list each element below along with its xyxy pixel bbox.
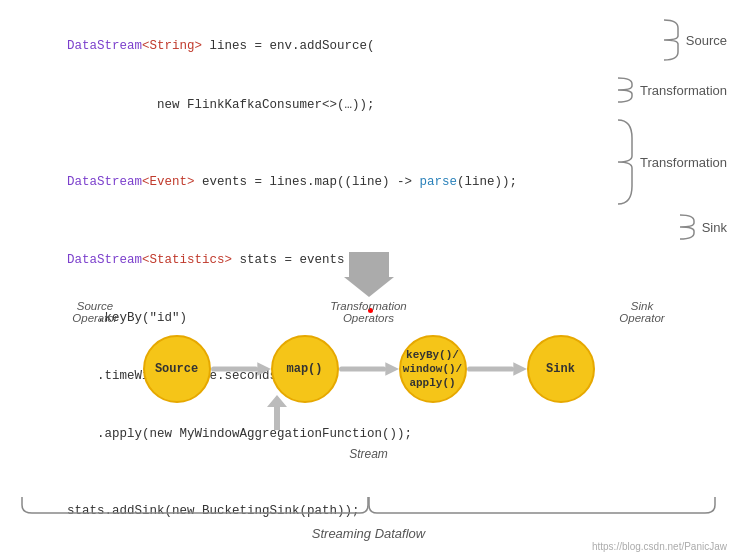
- annotation-transformation2: Transformation: [614, 118, 727, 206]
- feedback-arrow-icon: [267, 395, 287, 430]
- keyby-node-label: keyBy()/window()/apply(): [403, 348, 462, 391]
- keyby-node: keyBy()/window()/apply(): [399, 335, 467, 403]
- dataflow-text: Streaming Dataflow: [312, 526, 425, 541]
- code-method: parse: [420, 175, 458, 189]
- code-section: DataStream<String> lines = env.addSource…: [10, 10, 727, 250]
- code-text: events = lines.map((line) ->: [195, 175, 420, 189]
- nodes-row: Source map() keyBy()/window()/apply(): [0, 335, 737, 403]
- arrow-keyby-sink-icon: [467, 359, 527, 379]
- stream-text: Stream: [349, 447, 388, 461]
- annotation-sink: Sink: [676, 213, 727, 241]
- stream-label: Stream: [0, 447, 737, 461]
- code-type: <Statistics>: [142, 253, 232, 267]
- code-type: <Event>: [142, 175, 195, 189]
- annotation-source: Source: [660, 18, 727, 62]
- bottom-brace-icon: [20, 495, 717, 515]
- svg-marker-6: [513, 362, 527, 376]
- brace-transform2-icon: [614, 118, 636, 206]
- svg-marker-2: [257, 362, 271, 376]
- svg-marker-4: [385, 362, 399, 376]
- code-keyword: DataStream: [67, 39, 142, 53]
- svg-marker-7: [267, 395, 287, 430]
- arrow-divider: [344, 252, 394, 297]
- source-operator-label: SourceOperator: [55, 300, 135, 324]
- brace-sink-icon: [676, 213, 698, 241]
- code-line-4: DataStream<Event> events = lines.map((li…: [22, 154, 565, 212]
- sink-operator-label: SinkOperator: [602, 300, 682, 324]
- source-node-label: Source: [155, 362, 198, 376]
- sink-node: Sink: [527, 335, 595, 403]
- code-line-1: DataStream<String> lines = env.addSource…: [22, 18, 565, 76]
- code-keyword: DataStream: [67, 253, 142, 267]
- code-text: (line));: [457, 175, 517, 189]
- code-type: <String>: [142, 39, 202, 53]
- streaming-dataflow-label: Streaming Dataflow: [0, 526, 737, 541]
- transformation2-label: Transformation: [640, 155, 727, 170]
- transformation-operators-label: TransformationOperators: [304, 300, 434, 324]
- map-node: map(): [271, 335, 339, 403]
- watermark: https://blog.csdn.net/PanicJaw: [592, 541, 727, 552]
- code-text: new FlinkKafkaConsumer<>(…));: [67, 98, 375, 112]
- arrow-source-map-icon: [211, 359, 271, 379]
- code-line-2: new FlinkKafkaConsumer<>(…));: [22, 76, 565, 134]
- source-label: Source: [686, 33, 727, 48]
- code-keyword: DataStream: [67, 175, 142, 189]
- map-node-label: map(): [286, 362, 322, 376]
- code-line-5: [22, 212, 565, 231]
- svg-rect-5: [467, 366, 514, 371]
- brace-source-icon: [660, 18, 682, 62]
- annotation-transformation1: Transformation: [614, 76, 727, 104]
- code-line-3: [22, 134, 565, 153]
- arrow-map-keyby-icon: [339, 359, 399, 379]
- sink-node-label: Sink: [546, 362, 575, 376]
- annotations-panel: Source Transformation Transformation Sin…: [577, 10, 727, 250]
- brace-transform1-icon: [614, 76, 636, 104]
- svg-marker-0: [344, 252, 394, 297]
- source-node: Source: [143, 335, 211, 403]
- code-text: lines = env.addSource(: [202, 39, 375, 53]
- dataflow-section: SourceOperator TransformationOperators S…: [0, 300, 737, 557]
- svg-rect-3: [339, 366, 386, 371]
- transformation1-label: Transformation: [640, 83, 727, 98]
- code-text: stats = events: [232, 253, 345, 267]
- code-line-6: DataStream<Statistics> stats = events: [22, 231, 565, 289]
- svg-rect-1: [211, 366, 258, 371]
- code-block: DataStream<String> lines = env.addSource…: [10, 10, 577, 250]
- sink-label: Sink: [702, 220, 727, 235]
